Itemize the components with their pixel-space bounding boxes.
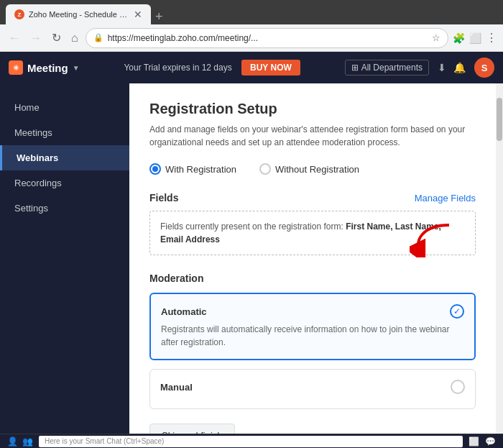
automatic-card-desc: Registrants will automatically receive i… [161, 323, 464, 349]
webinars-label: Webinars [17, 152, 58, 163]
fields-section-header: Fields Manage Fields [149, 192, 476, 204]
chat-group-icon: 👥 [22, 436, 33, 447]
trial-text: Your Trial expires in 12 days BUY NOW [88, 60, 336, 76]
grid-icon: ⊞ [351, 63, 359, 73]
buy-now-button[interactable]: BUY NOW [241, 60, 300, 76]
with-registration-label: With Registration [165, 164, 236, 175]
sidebar-item-webinars[interactable]: Webinars [0, 145, 129, 170]
tab-close-button[interactable]: ✕ [134, 9, 142, 20]
manage-fields-link[interactable]: Manage Fields [415, 193, 476, 204]
fields-description: Fields currently present on the registra… [160, 221, 343, 232]
forward-button[interactable]: → [27, 30, 45, 46]
chat-person-icon: 👤 [7, 436, 18, 447]
without-registration-radio[interactable] [259, 163, 271, 175]
manual-moderation-card[interactable]: Manual [149, 369, 476, 409]
logo-area: ✳ Meeting ▼ [9, 60, 80, 75]
chat-placeholder: Here is your Smart Chat (Ctrl+Space) [45, 437, 164, 445]
address-bar[interactable]: 🔒 https://meetinglab.zoho.com/meeting/..… [86, 28, 448, 48]
manual-radio-circle [451, 380, 465, 394]
automatic-moderation-card[interactable]: Automatic ✓ Registrants will automatical… [149, 293, 476, 360]
without-registration-option[interactable]: Without Registration [259, 163, 359, 175]
address-text: https://meetinglab.zoho.com/meeting/... [108, 33, 428, 43]
tab-favicon: Z [14, 9, 24, 19]
logo-dropdown-arrow[interactable]: ▼ [73, 64, 80, 72]
star-icon[interactable]: ☆ [432, 32, 440, 43]
sidebar-item-recordings[interactable]: Recordings [0, 170, 129, 196]
with-registration-radio[interactable] [149, 163, 161, 175]
download-icon[interactable]: ⬇ [438, 62, 446, 73]
chat-bubble-icon[interactable]: 💬 [485, 436, 496, 447]
sidebar-item-meetings[interactable]: Meetings [0, 120, 129, 145]
active-tab[interactable]: Z Zoho Meeting - Schedule a Web... ✕ [6, 4, 151, 24]
meetings-label: Meetings [14, 127, 52, 138]
with-registration-dot [152, 166, 158, 172]
automatic-check-icon: ✓ [450, 304, 464, 319]
recordings-label: Recordings [14, 178, 62, 188]
sidebar-item-home[interactable]: Home [0, 95, 129, 120]
new-tab-button[interactable]: + [155, 9, 163, 24]
automatic-card-header: Automatic ✓ [161, 304, 464, 319]
registration-radio-group: With Registration Without Registration [149, 163, 476, 175]
profile-icon[interactable]: ⬜ [469, 32, 481, 44]
app-name: Meeting [27, 62, 68, 74]
all-departments-button[interactable]: ⊞ All Departments [345, 60, 429, 76]
extensions-icon[interactable]: 🧩 [453, 32, 465, 44]
scrollbar[interactable] [496, 83, 503, 434]
without-registration-label: Without Registration [275, 164, 359, 175]
red-arrow-indicator [410, 221, 453, 260]
sidebar: Home Meetings Webinars Recordings Settin… [0, 83, 129, 434]
chat-expand-icon[interactable]: ⬜ [469, 436, 479, 447]
bell-icon[interactable]: 🔔 [453, 62, 466, 73]
scrollbar-thumb[interactable] [497, 98, 502, 141]
app-header: ✳ Meeting ▼ Your Trial expires in 12 day… [0, 52, 503, 83]
refresh-button[interactable]: ↻ [49, 29, 64, 46]
manual-card-header: Manual [160, 380, 465, 394]
page-description: Add and manage fields on your webinar's … [149, 123, 476, 149]
zoho-logo: ✳ [9, 60, 23, 75]
main-layout: Home Meetings Webinars Recordings Settin… [0, 83, 503, 434]
menu-icon[interactable]: ⋮ [486, 31, 497, 45]
automatic-card-title: Automatic [161, 306, 207, 317]
smart-chat-area[interactable]: Here is your Smart Chat (Ctrl+Space) [39, 436, 463, 447]
home-button[interactable]: ⌂ [68, 30, 81, 46]
back-button[interactable]: ← [6, 30, 23, 46]
page-title: Registration Setup [149, 101, 476, 117]
moderation-title: Moderation [149, 273, 476, 284]
bottom-action-icons: ⬜ 💬 [469, 436, 496, 447]
skip-finish-button[interactable]: Skip and finish [149, 424, 235, 434]
nav-bar: ← → ↻ ⌂ 🔒 https://meetinglab.zoho.com/me… [0, 24, 503, 52]
manual-card-title: Manual [160, 382, 193, 393]
tab-bar: Z Zoho Meeting - Schedule a Web... ✕ + [0, 0, 503, 24]
bottom-bar: 👤 👥 Here is your Smart Chat (Ctrl+Space)… [0, 434, 503, 448]
user-avatar[interactable]: S [474, 58, 494, 78]
home-label: Home [14, 102, 40, 113]
sidebar-item-settings[interactable]: Settings [0, 196, 129, 221]
header-icons: ⬇ 🔔 [438, 62, 466, 73]
content-area: Registration Setup Add and manage fields… [129, 83, 496, 434]
settings-label: Settings [14, 203, 48, 214]
browser-nav-icons: 🧩 ⬜ ⋮ [453, 31, 497, 45]
lock-icon: 🔒 [93, 33, 103, 42]
tab-title: Zoho Meeting - Schedule a Web... [29, 10, 129, 19]
with-registration-option[interactable]: With Registration [149, 163, 236, 175]
fields-title: Fields [149, 192, 178, 204]
